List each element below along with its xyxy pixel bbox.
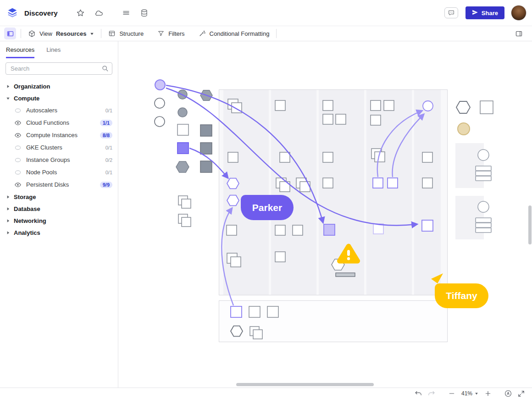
node-circle-purple[interactable] (155, 80, 165, 90)
structure-button[interactable]: Structure (101, 26, 150, 41)
node-stack-bar[interactable] (476, 218, 491, 222)
grid-square-purple[interactable] (373, 178, 383, 188)
node-stacked-squares[interactable] (182, 199, 191, 208)
grid-square[interactable] (293, 225, 303, 235)
caret-right-icon[interactable] (6, 207, 10, 211)
node-circle-tan[interactable] (458, 123, 470, 135)
node-stack-bar[interactable] (476, 228, 491, 233)
tree-group-database[interactable]: Database (0, 203, 118, 215)
grid-square[interactable] (249, 306, 260, 317)
eye-icon[interactable] (14, 181, 22, 188)
grid-square-purple[interactable] (388, 178, 398, 188)
data-hub-icon[interactable] (139, 8, 150, 18)
grid-square[interactable] (228, 152, 238, 162)
eye-icon[interactable] (14, 119, 22, 127)
view-selector[interactable]: View Resources (21, 26, 101, 41)
caret-right-icon[interactable] (6, 195, 10, 199)
node-stack-bar[interactable] (476, 166, 491, 171)
node-circle-grey[interactable] (178, 108, 187, 117)
node-stacked-squares[interactable] (182, 217, 191, 227)
grid-square[interactable] (422, 178, 432, 188)
eye-hidden-icon[interactable] (14, 169, 22, 176)
tree-item-compute-instances[interactable]: Compute Instances 8/8 (0, 129, 118, 141)
eye-hidden-icon[interactable] (14, 156, 22, 164)
eye-hidden-icon[interactable] (14, 144, 22, 151)
caret-right-icon[interactable] (6, 231, 10, 235)
grid-square[interactable] (280, 152, 290, 162)
share-button[interactable]: Share (466, 6, 504, 19)
zoom-in-icon[interactable] (482, 388, 494, 399)
node-hexagon-grey[interactable] (176, 161, 189, 172)
caret-right-icon[interactable] (6, 84, 10, 89)
conditional-formatting-button[interactable]: Conditional Formatting (192, 26, 277, 41)
node-circle[interactable] (155, 116, 165, 127)
tree-item-gke-clusters[interactable]: GKE Clusters 0/1 (0, 141, 118, 154)
redo-icon[interactable] (425, 388, 438, 399)
fit-view-icon[interactable] (502, 388, 515, 399)
tree-group-compute[interactable]: Compute (0, 92, 118, 104)
tab-resources[interactable]: Resources (6, 41, 34, 58)
node-square[interactable] (480, 101, 493, 114)
grid-square[interactable] (336, 114, 346, 124)
caret-right-icon[interactable] (6, 219, 10, 223)
node-circle[interactable] (478, 150, 489, 161)
tree-item-instance-groups[interactable]: Instance Groups 0/2 (0, 154, 118, 166)
grid-stacked-squares[interactable] (231, 257, 241, 267)
search-input[interactable] (6, 62, 112, 75)
node-stacked-squares[interactable] (253, 330, 262, 339)
tree-item-cloud-functions[interactable]: Cloud Functions 1/1 (0, 116, 118, 129)
warning-base[interactable] (336, 273, 355, 277)
grid-square-purple[interactable] (422, 220, 433, 231)
grid-hexagon-purple[interactable] (227, 178, 239, 189)
diagram-canvas[interactable]: Parker Tiffany (118, 41, 532, 388)
vertical-scrollbar[interactable] (528, 205, 532, 244)
node-hexagon[interactable] (231, 326, 243, 337)
node-stack-bar[interactable] (476, 223, 491, 227)
node-circle[interactable] (478, 201, 489, 212)
tree-item-autoscalers[interactable]: Autoscalers 0/1 (0, 104, 118, 116)
grid-square[interactable] (371, 115, 381, 125)
horizontal-scrollbar[interactable] (236, 383, 374, 386)
filters-button[interactable]: Filters (150, 26, 191, 41)
node-stack-bar[interactable] (476, 171, 491, 176)
tree-group-storage[interactable]: Storage (0, 191, 118, 203)
toggle-right-panel-button[interactable] (512, 28, 526, 39)
toggle-left-panel-button[interactable] (4, 28, 16, 39)
node-circle[interactable] (155, 98, 165, 108)
favorite-star-icon[interactable] (76, 8, 86, 18)
zoom-out-icon[interactable] (445, 388, 458, 399)
grid-square[interactable] (384, 100, 394, 111)
grid-square[interactable] (323, 114, 333, 124)
grid-square-purple-light[interactable] (373, 224, 383, 234)
grid-square[interactable] (275, 252, 285, 262)
grid-square-purple-filled[interactable] (324, 224, 335, 235)
grid-square[interactable] (227, 225, 237, 235)
node-square-purple[interactable] (177, 143, 188, 154)
eye-icon[interactable] (14, 132, 22, 139)
grid-square[interactable] (323, 178, 333, 188)
tree-item-persistent-disks[interactable]: Persistent Disks 9/9 (0, 178, 118, 191)
node-square[interactable] (177, 124, 188, 135)
user-avatar[interactable] (511, 5, 526, 21)
tab-lines[interactable]: Lines (46, 41, 61, 58)
node-square-grey[interactable] (200, 161, 212, 172)
undo-icon[interactable] (412, 388, 425, 399)
grid-square[interactable] (422, 152, 432, 162)
node-square-grey[interactable] (200, 143, 212, 154)
grid-circle-purple[interactable] (423, 101, 433, 111)
grid-square[interactable] (267, 306, 278, 317)
grid-square-purple[interactable] (231, 306, 242, 317)
fullscreen-icon[interactable] (515, 388, 527, 399)
cloud-status-icon[interactable] (94, 8, 104, 18)
comment-button[interactable] (444, 7, 458, 18)
grid-square[interactable] (323, 100, 333, 111)
eye-hidden-icon[interactable] (14, 107, 22, 114)
node-hexagon[interactable] (456, 101, 470, 113)
tree-group-analytics[interactable]: Analytics (0, 227, 118, 238)
grid-hexagon-purple[interactable] (227, 195, 239, 206)
zoom-level-dropdown[interactable]: 41% (458, 390, 482, 397)
grid-square[interactable] (275, 225, 285, 235)
node-square-grey[interactable] (200, 125, 212, 136)
menu-lines-icon[interactable] (121, 8, 131, 18)
tree-group-organization[interactable]: Organization (0, 80, 118, 92)
